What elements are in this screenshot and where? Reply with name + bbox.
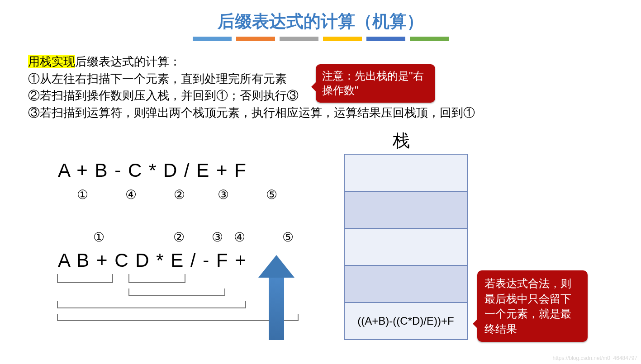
- bracket-5: [57, 314, 299, 321]
- stack-cell: [345, 191, 467, 228]
- note-final-result: 若表达式合法，则最后栈中只会留下一个元素，就是最终结果: [477, 270, 588, 342]
- stack-cell-result: ((A+B)-((C*D)/E))+F: [345, 302, 467, 339]
- bracket-3: [128, 288, 225, 296]
- up-arrow-icon: [269, 277, 284, 340]
- stack-visual: ((A+B)-((C*D)/E))+F: [344, 154, 468, 340]
- postfix-operator-order: ① ② ③ ④ ⑤: [93, 230, 294, 245]
- bracket-4: [57, 301, 246, 308]
- highlight-text: 用栈实现: [28, 55, 75, 68]
- stack-label: 栈: [393, 129, 410, 152]
- title-underline-bars: [0, 37, 641, 41]
- stack-cell: [345, 154, 467, 191]
- intro-rest: 后缀表达式的计算：: [75, 55, 181, 68]
- note-right-operand: 注意：先出栈的是"右操作数": [316, 64, 435, 103]
- watermark: https://blog.csdn.net/m0_46484797: [553, 355, 637, 361]
- stack-cell: [345, 228, 467, 265]
- bracket-1: [57, 274, 113, 283]
- bracket-2: [128, 274, 185, 283]
- infix-expression: A + B - C * D / E + F: [58, 160, 247, 181]
- page-title: 后缀表达式的计算（机算）: [0, 10, 641, 33]
- step-3: ③若扫描到运算符，则弹出两个栈顶元素，执行相应运算，运算结果压回栈顶，回到①: [28, 104, 475, 122]
- infix-operator-order: ① ④ ② ③ ⑤: [77, 187, 278, 202]
- stack-cell: [345, 265, 467, 302]
- postfix-expression: A B + C D * E / - F +: [58, 250, 247, 271]
